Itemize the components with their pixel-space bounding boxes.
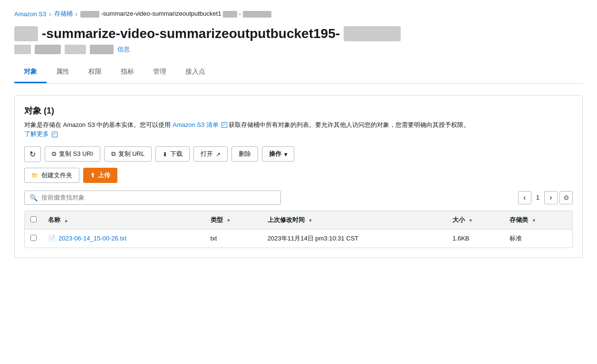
col-name: 名称 [42, 211, 205, 230]
chevron-left-icon [523, 193, 526, 202]
delete-button[interactable]: 删除 [231, 146, 258, 162]
tab-objects[interactable]: 对象 [14, 62, 47, 83]
breadcrumb-link-buckets[interactable]: 存储桶 [54, 10, 73, 18]
title-text: -summarize-video-summarizeoutputbucket19… [42, 26, 340, 42]
row-last-modified-cell: 2023年11月14日 pm3:10:31 CST [262, 229, 447, 248]
info-link[interactable]: 信息 [117, 45, 130, 54]
copy-s3-uri-button[interactable]: 复制 S3 URI [45, 146, 100, 162]
search-bar-row: 🔍 1 [24, 191, 573, 205]
s3-inventory-link[interactable]: Amazon S3 清单 [173, 121, 219, 128]
subtitle-blurred-2 [35, 45, 61, 54]
refresh-icon [29, 150, 36, 159]
actions-chevron-icon [284, 151, 287, 158]
gear-icon [563, 194, 569, 201]
subtitle-blurred-1 [14, 45, 31, 54]
title-blurred-suffix [344, 26, 401, 41]
col-last-modified: 上次修改时间 [262, 211, 447, 230]
select-all-checkbox[interactable] [30, 216, 37, 222]
learn-more-link[interactable]: 了解更多 [24, 130, 49, 137]
search-input[interactable] [41, 194, 276, 201]
copy-url-button[interactable]: 复制 URL [104, 146, 152, 162]
delete-label: 删除 [239, 150, 251, 158]
col-type-label: 类型 [211, 216, 223, 223]
col-last-modified-sort-icon[interactable] [308, 218, 312, 223]
table-settings-button[interactable] [559, 191, 573, 204]
col-name-label: 名称 [48, 216, 60, 223]
last-modified-value: 2023年11月14日 pm3:10:31 CST [268, 235, 359, 242]
content-card: 对象 (1) 对象是存储在 Amazon S3 中的基本实体。您可以使用 Ama… [14, 95, 583, 258]
ext-icon-2 [52, 132, 58, 137]
tab-management[interactable]: 管理 [144, 62, 176, 83]
col-type-sort-icon[interactable] [226, 218, 231, 223]
file-name: 2023-06-14_15-00-26.txt [58, 235, 126, 242]
file-type: txt [211, 235, 217, 242]
row-checkbox-cell [25, 229, 42, 248]
col-size-sort-icon[interactable] [469, 218, 473, 223]
actions-button[interactable]: 操作 [262, 146, 294, 162]
col-size: 大小 [447, 211, 504, 230]
breadcrumb-blurred-3 [243, 11, 271, 18]
next-page-button[interactable] [544, 191, 558, 204]
prev-page-button[interactable] [518, 191, 531, 204]
actions-label: 操作 [269, 150, 281, 158]
create-folder-label: 创建文件夹 [41, 171, 72, 180]
section-title: 对象 (1) [24, 105, 573, 116]
subtitle-blurred-3 [65, 45, 86, 54]
col-last-modified-label: 上次修改时间 [268, 216, 305, 223]
breadcrumb-link-s3[interactable]: Amazon S3 [14, 10, 46, 18]
tab-permissions[interactable]: 权限 [79, 62, 111, 83]
row-size-cell: 1.6KB [447, 229, 504, 248]
col-storage-class-sort-icon[interactable] [532, 218, 536, 223]
download-label: 下载 [170, 150, 183, 158]
file-link[interactable]: 2023-06-14_15-00-26.txt [48, 235, 199, 242]
page-wrapper: Amazon S3 › 存储桶 › -summarize-video-summa… [0, 0, 597, 364]
size-value: 1.6KB [453, 235, 469, 242]
col-storage-class: 存储类 [504, 211, 572, 230]
col-type: 类型 [205, 211, 262, 230]
breadcrumb-current: -summarize-video-summarizeoutputbucket1 … [80, 10, 271, 18]
download-icon [163, 151, 167, 158]
col-size-label: 大小 [453, 216, 465, 223]
copy-s3-uri-icon [52, 150, 56, 158]
open-button[interactable]: 打开 [193, 146, 228, 162]
copy-s3-uri-label: 复制 S3 URI [59, 150, 93, 158]
row-checkbox[interactable] [30, 235, 37, 241]
row-storage-class-cell: 标准 [504, 229, 572, 248]
create-folder-button[interactable]: 创建文件夹 [24, 168, 79, 183]
open-label: 打开 [201, 150, 213, 158]
tab-access-points[interactable]: 接入点 [176, 62, 215, 83]
subtitle-blurred-4 [90, 45, 114, 54]
create-folder-icon [31, 172, 39, 179]
pagination-row: 1 [518, 191, 573, 204]
page-title-area: -summarize-video-summarizeoutputbucket19… [14, 26, 583, 54]
objects-table: 名称 类型 上次修改时间 大小 [25, 211, 572, 248]
breadcrumb: Amazon S3 › 存储桶 › -summarize-video-summa… [14, 10, 583, 18]
subtitle-row: 信息 [14, 45, 583, 54]
copy-url-icon [111, 150, 116, 158]
storage-class-value: 标准 [510, 235, 522, 242]
search-container: 🔍 [24, 191, 281, 205]
file-icon [48, 235, 56, 242]
breadcrumb-blurred-2 [223, 11, 237, 18]
title-blurred-prefix [14, 26, 38, 41]
col-storage-class-label: 存储类 [510, 216, 528, 223]
chevron-right-icon [549, 193, 552, 202]
section-desc: 对象是存储在 Amazon S3 中的基本实体。您可以使用 Amazon S3 … [24, 120, 573, 139]
upload-icon [90, 172, 95, 179]
upload-label: 上传 [98, 171, 110, 180]
tab-metrics[interactable]: 指标 [111, 62, 144, 83]
tab-properties[interactable]: 属性 [47, 62, 79, 83]
download-button[interactable]: 下载 [155, 146, 190, 162]
breadcrumb-blurred-1 [80, 11, 99, 18]
search-icon: 🔍 [29, 194, 38, 201]
row-type-cell: txt [205, 229, 262, 248]
page-title: -summarize-video-summarizeoutputbucket19… [14, 26, 583, 42]
objects-table-wrapper: 名称 类型 上次修改时间 大小 [24, 211, 573, 248]
open-icon [216, 151, 221, 158]
refresh-button[interactable] [24, 146, 41, 162]
toolbar-row1: 复制 S3 URI 复制 URL 下载 打开 删除 操作 [24, 146, 573, 162]
upload-button[interactable]: 上传 [83, 168, 117, 183]
table-row: 2023-06-14_15-00-26.txt txt 2023年11月14日 … [25, 229, 572, 248]
col-name-sort-icon[interactable] [64, 218, 68, 223]
row-name-cell: 2023-06-14_15-00-26.txt [42, 229, 205, 248]
